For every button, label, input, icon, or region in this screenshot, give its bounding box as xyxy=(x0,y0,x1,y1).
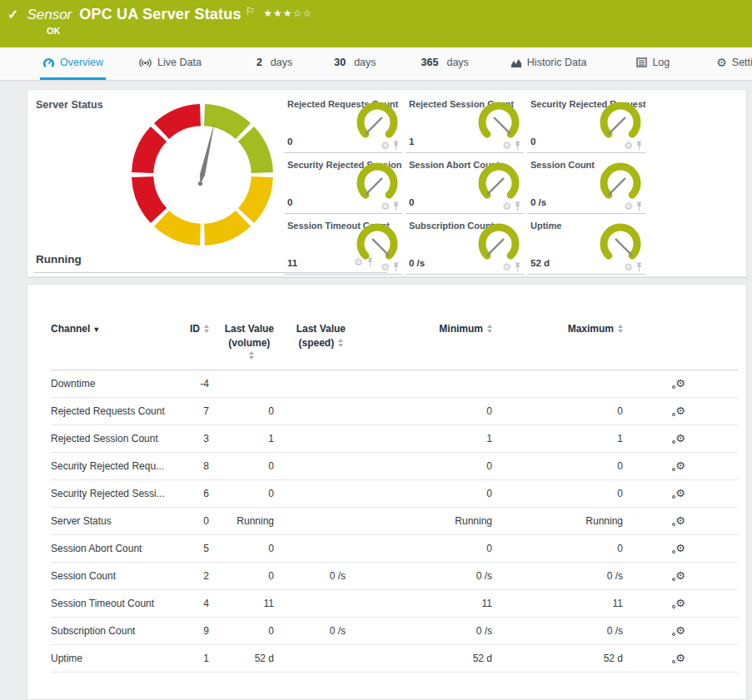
channel-maximum: 0 xyxy=(492,535,623,563)
pin-icon[interactable] xyxy=(635,201,643,211)
channel-name[interactable]: Security Rejected Sessi... xyxy=(51,480,176,508)
mini-gauge-grid: Rejected Requests Count 0 ⚙ Rejected Ses… xyxy=(284,92,645,275)
pin-icon[interactable] xyxy=(392,141,400,151)
star-filled-icons[interactable]: ★★★ xyxy=(263,7,292,19)
priority-stars[interactable]: ★★★☆☆ xyxy=(263,7,312,19)
channel-name[interactable]: Subscription Count xyxy=(51,618,176,645)
table-row[interactable]: Security Rejected Requ... 8 0 0 0 ⚙ xyxy=(51,453,738,480)
tab-log[interactable]: Log xyxy=(634,47,672,80)
sort-icon xyxy=(338,339,343,347)
column-header-channel[interactable]: Channel▾ xyxy=(51,318,176,370)
channel-settings-icon[interactable]: ⚙ xyxy=(675,515,685,526)
table-row[interactable]: Rejected Requests Count 7 0 0 0 ⚙ xyxy=(51,398,738,425)
server-status-gauge-title: Server Status xyxy=(36,99,103,111)
channel-name[interactable]: Server Status xyxy=(51,508,176,535)
channel-settings-icon[interactable]: ⚙ xyxy=(675,488,685,499)
channel-last-value-volume: 1 xyxy=(209,425,274,453)
column-header-id[interactable]: ID xyxy=(176,318,209,370)
pin-icon[interactable] xyxy=(392,201,400,211)
tab-settings[interactable]: ⚙ Settings xyxy=(714,47,752,80)
pin-icon[interactable] xyxy=(514,262,521,272)
channel-settings-icon[interactable]: ⚙ xyxy=(675,405,685,416)
channel-last-value-speed xyxy=(274,370,346,398)
channel-settings-icon[interactable]: ⚙ xyxy=(675,598,685,608)
table-row[interactable]: Downtime -4 ⚙ xyxy=(51,370,738,398)
star-empty-icons[interactable]: ☆☆ xyxy=(293,7,313,19)
table-row[interactable]: Session Count 2 0 0 /s 0 /s 0 /s ⚙ xyxy=(51,563,738,590)
pin-icon[interactable] xyxy=(514,141,521,151)
tab-number: 2 xyxy=(256,57,262,68)
gauge-dial xyxy=(353,102,401,143)
channel-gear-icon[interactable]: ⚙ xyxy=(502,262,511,272)
tab-unit: days xyxy=(446,57,468,68)
channel-gear-icon[interactable]: ⚙ xyxy=(381,141,390,151)
channel-minimum: Running xyxy=(346,508,492,535)
channel-settings-icon[interactable]: ⚙ xyxy=(675,570,685,581)
tab-2-days[interactable]: 2 days xyxy=(254,47,295,80)
channel-last-value-speed xyxy=(274,425,346,453)
table-row[interactable]: Session Timeout Count 4 11 11 11 ⚙ xyxy=(51,590,738,618)
channel-gear-icon[interactable]: ⚙ xyxy=(381,262,390,272)
gauge-card: Session Timeout Count 11 ⚙ xyxy=(284,214,402,275)
gauge-value: 52 d xyxy=(530,258,550,268)
channel-last-value-volume: 11 xyxy=(209,590,274,618)
log-list-icon xyxy=(636,57,647,67)
flag-icon[interactable]: ⚐ xyxy=(246,5,256,17)
channel-settings-icon[interactable]: ⚙ xyxy=(675,625,685,636)
table-row[interactable]: Security Rejected Sessi... 6 0 0 0 ⚙ xyxy=(51,480,738,508)
tab-30-days[interactable]: 30 days xyxy=(331,47,378,80)
table-row[interactable]: Session Abort Count 5 0 0 0 ⚙ xyxy=(51,535,738,563)
chart-icon xyxy=(510,57,522,68)
channel-id: -4 xyxy=(176,370,209,398)
channel-name[interactable]: Rejected Session Count xyxy=(51,425,176,453)
channel-settings-icon[interactable]: ⚙ xyxy=(675,653,685,663)
channel-gear-icon[interactable]: ⚙ xyxy=(624,201,633,211)
pin-icon[interactable] xyxy=(635,141,643,151)
gauge-dial xyxy=(596,102,645,143)
tab-label: Settings xyxy=(732,57,752,68)
table-row[interactable]: Subscription Count 9 0 0 /s 0 /s 0 /s ⚙ xyxy=(51,618,738,645)
tab-live-data[interactable]: Live Data xyxy=(136,47,204,80)
channel-settings-icon[interactable]: ⚙ xyxy=(675,378,685,389)
gauge-value: 0 /s xyxy=(409,258,425,268)
channel-name[interactable]: Session Abort Count xyxy=(51,535,176,563)
table-row[interactable]: Uptime 1 52 d 52 d 52 d ⚙ xyxy=(51,645,738,673)
channel-gear-icon[interactable]: ⚙ xyxy=(624,262,633,272)
tab-label: Historic Data xyxy=(527,57,587,68)
channel-gear-icon[interactable]: ⚙ xyxy=(502,141,511,151)
channel-name[interactable]: Downtime xyxy=(51,370,176,398)
column-header-actions xyxy=(623,318,738,370)
channel-id: 7 xyxy=(176,398,209,425)
gauge-needle xyxy=(198,121,215,186)
column-header-maximum[interactable]: Maximum xyxy=(492,318,623,370)
channel-name[interactable]: Session Count xyxy=(51,563,176,590)
channel-gear-icon[interactable]: ⚙ xyxy=(502,201,511,211)
column-header-last-value-speed[interactable]: Last Value (speed) xyxy=(274,318,346,370)
gauge-value: 0 xyxy=(287,137,292,146)
table-row[interactable]: Rejected Session Count 3 1 1 1 ⚙ xyxy=(51,425,738,453)
tab-overview[interactable]: Overview xyxy=(40,47,106,80)
object-kind-label: Sensor xyxy=(27,7,72,23)
channel-settings-icon[interactable]: ⚙ xyxy=(675,543,685,554)
channel-settings-icon[interactable]: ⚙ xyxy=(675,460,685,471)
channels-table: Channel▾ ID Last Value (volume) Last Val… xyxy=(51,318,738,673)
channel-last-value-volume: Running xyxy=(209,508,274,535)
column-header-minimum[interactable]: Minimum xyxy=(346,318,492,370)
channel-name[interactable]: Security Rejected Requ... xyxy=(51,453,176,480)
pin-icon[interactable] xyxy=(514,201,521,211)
channel-gear-icon[interactable]: ⚙ xyxy=(381,201,390,211)
channel-name[interactable]: Rejected Requests Count xyxy=(51,398,176,425)
channel-gear-icon[interactable]: ⚙ xyxy=(624,141,633,151)
channel-maximum: 11 xyxy=(492,590,623,618)
tab-historic-data[interactable]: Historic Data xyxy=(508,47,590,80)
column-header-last-value-volume[interactable]: Last Value (volume) xyxy=(209,318,274,370)
table-row[interactable]: Server Status 0 Running Running Running … xyxy=(51,508,738,535)
pin-icon[interactable] xyxy=(635,262,643,272)
channel-name[interactable]: Uptime xyxy=(51,645,176,673)
channel-name[interactable]: Session Timeout Count xyxy=(51,590,176,618)
gear-icon: ⚙ xyxy=(716,57,727,68)
channel-id: 4 xyxy=(176,590,209,618)
tab-365-days[interactable]: 365 days xyxy=(419,47,471,80)
pin-icon[interactable] xyxy=(392,262,400,272)
channel-settings-icon[interactable]: ⚙ xyxy=(675,433,685,444)
